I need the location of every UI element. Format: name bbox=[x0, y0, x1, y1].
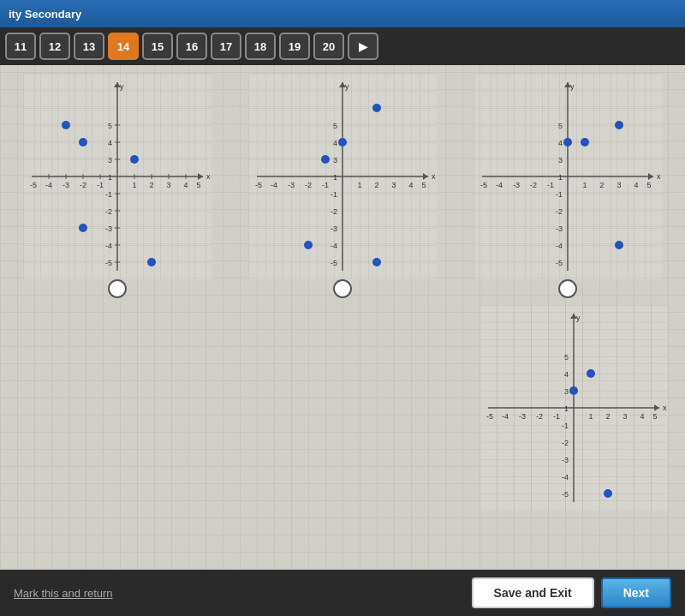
svg-text:y: y bbox=[570, 82, 575, 91]
svg-text:-4: -4 bbox=[45, 181, 52, 189]
svg-text:2: 2 bbox=[605, 412, 610, 421]
svg-text:-1: -1 bbox=[97, 181, 104, 189]
svg-text:3: 3 bbox=[558, 156, 563, 164]
svg-text:-3: -3 bbox=[513, 181, 520, 189]
graph2: 1 2 3 4 5 -1 -2 -3 -4 -5 x 4 3 5 1 -1 -2… bbox=[248, 74, 437, 279]
svg-point-79 bbox=[372, 258, 381, 266]
svg-text:1: 1 bbox=[132, 181, 136, 189]
svg-text:4: 4 bbox=[564, 370, 569, 379]
graph1-group: 1 2 3 4 5 -1 -2 -3 -4 -5 x 4 3 5 1 -1 -2… bbox=[23, 74, 211, 298]
svg-text:4: 4 bbox=[558, 139, 563, 147]
svg-text:4: 4 bbox=[183, 181, 188, 189]
radio-graph2[interactable] bbox=[333, 279, 352, 298]
svg-point-75 bbox=[372, 104, 381, 112]
svg-text:-5: -5 bbox=[486, 412, 493, 421]
svg-text:-2: -2 bbox=[80, 181, 86, 189]
svg-text:-3: -3 bbox=[288, 181, 295, 189]
nav-btn-11[interactable]: 11 bbox=[5, 33, 36, 60]
svg-text:3: 3 bbox=[617, 181, 622, 189]
svg-text:1: 1 bbox=[333, 173, 337, 182]
radio-graph1[interactable] bbox=[108, 279, 127, 298]
nav-btn-12[interactable]: 12 bbox=[39, 33, 70, 60]
svg-text:y: y bbox=[345, 82, 349, 91]
svg-text:3: 3 bbox=[108, 156, 112, 164]
svg-text:-1: -1 bbox=[105, 190, 112, 199]
svg-text:5: 5 bbox=[333, 122, 337, 130]
svg-text:-1: -1 bbox=[331, 190, 337, 199]
nav-btn-14[interactable]: 14 bbox=[108, 33, 139, 60]
bottom-buttons: Save and Exit Next bbox=[472, 577, 671, 608]
svg-text:-4: -4 bbox=[502, 412, 509, 421]
svg-text:-1: -1 bbox=[322, 181, 329, 189]
svg-text:5: 5 bbox=[564, 353, 569, 362]
nav-btn-19[interactable]: 19 bbox=[279, 33, 310, 60]
svg-text:-5: -5 bbox=[562, 490, 569, 499]
svg-text:3: 3 bbox=[391, 181, 396, 189]
svg-text:x: x bbox=[206, 172, 211, 181]
svg-text:4: 4 bbox=[634, 181, 639, 189]
svg-text:-2: -2 bbox=[305, 181, 312, 189]
nav-btn-15[interactable]: 15 bbox=[142, 33, 173, 60]
svg-text:-1: -1 bbox=[547, 181, 554, 189]
svg-text:-4: -4 bbox=[105, 242, 112, 250]
svg-text:-2: -2 bbox=[562, 439, 569, 447]
svg-text:4: 4 bbox=[108, 139, 112, 147]
graph1: 1 2 3 4 5 -1 -2 -3 -4 -5 x 4 3 5 1 -1 -2… bbox=[23, 74, 211, 279]
svg-text:x: x bbox=[657, 172, 661, 181]
mark-return-link[interactable]: Mark this and return bbox=[14, 587, 113, 600]
svg-text:-3: -3 bbox=[63, 181, 69, 189]
svg-text:3: 3 bbox=[333, 156, 337, 164]
svg-text:-1: -1 bbox=[556, 190, 563, 199]
bottom-bar: Mark this and return Save and Exit Next bbox=[0, 570, 685, 616]
nav-btn-20[interactable]: 20 bbox=[313, 33, 344, 60]
graph2-group: 1 2 3 4 5 -1 -2 -3 -4 -5 x 4 3 5 1 -1 -2… bbox=[248, 74, 437, 298]
svg-text:5: 5 bbox=[196, 181, 200, 189]
svg-text:4: 4 bbox=[640, 412, 644, 421]
svg-text:y: y bbox=[120, 82, 124, 91]
svg-text:-5: -5 bbox=[331, 259, 337, 267]
svg-text:-1: -1 bbox=[562, 422, 569, 430]
svg-point-44 bbox=[79, 138, 87, 147]
nav-next-arrow[interactable]: ▶ bbox=[348, 33, 378, 60]
nav-btn-16[interactable]: 16 bbox=[176, 33, 207, 60]
svg-text:5: 5 bbox=[652, 412, 657, 421]
svg-text:1: 1 bbox=[564, 404, 569, 413]
svg-text:3: 3 bbox=[166, 181, 170, 189]
svg-text:-5: -5 bbox=[556, 259, 563, 267]
svg-point-140 bbox=[604, 489, 612, 498]
nav-btn-18[interactable]: 18 bbox=[245, 33, 276, 60]
next-button[interactable]: Next bbox=[601, 577, 671, 608]
nav-btn-17[interactable]: 17 bbox=[211, 33, 241, 60]
svg-text:-5: -5 bbox=[255, 181, 262, 189]
save-exit-button[interactable]: Save and Exit bbox=[472, 577, 594, 608]
svg-point-78 bbox=[304, 241, 313, 249]
svg-text:-5: -5 bbox=[105, 259, 112, 267]
svg-point-43 bbox=[62, 121, 70, 129]
svg-text:-2: -2 bbox=[530, 181, 537, 189]
svg-point-110 bbox=[615, 241, 623, 249]
svg-text:-4: -4 bbox=[496, 181, 503, 189]
svg-text:-4: -4 bbox=[556, 242, 563, 250]
radio-graph3[interactable] bbox=[558, 279, 577, 298]
top-bar: ity Secondary bbox=[0, 0, 685, 27]
nav-bar: 11 12 13 14 15 16 17 18 19 20 ▶ bbox=[0, 27, 685, 65]
nav-btn-13[interactable]: 13 bbox=[74, 33, 104, 60]
svg-text:5: 5 bbox=[421, 181, 426, 189]
graph4-group: 1 2 3 4 5 -1 -2 -3 -4 -5 x 4 3 5 1 -1 -2… bbox=[480, 305, 668, 511]
svg-text:-2: -2 bbox=[536, 412, 543, 421]
svg-point-76 bbox=[338, 138, 347, 147]
svg-text:5: 5 bbox=[647, 181, 652, 189]
svg-text:5: 5 bbox=[108, 122, 112, 130]
svg-text:3: 3 bbox=[564, 387, 569, 396]
svg-text:1: 1 bbox=[583, 181, 587, 189]
svg-point-46 bbox=[79, 224, 87, 232]
svg-text:-4: -4 bbox=[271, 181, 277, 189]
svg-text:1: 1 bbox=[108, 173, 112, 182]
svg-point-107 bbox=[615, 121, 623, 129]
svg-point-109 bbox=[581, 138, 589, 147]
svg-point-138 bbox=[587, 369, 595, 378]
svg-text:3: 3 bbox=[622, 412, 627, 421]
svg-text:-3: -3 bbox=[105, 224, 112, 233]
svg-text:-2: -2 bbox=[105, 207, 112, 216]
svg-text:-3: -3 bbox=[556, 224, 563, 233]
